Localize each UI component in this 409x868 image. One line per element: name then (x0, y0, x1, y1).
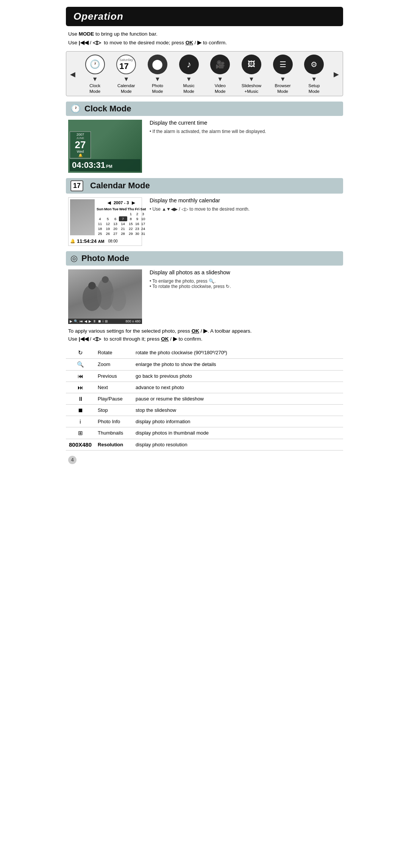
mode-item-music[interactable]: ♪ ▼ MusicMode (176, 55, 202, 94)
intro-text: Use MODE to bring up the function bar. U… (68, 30, 341, 47)
mode-arrow-photo: ▼ (155, 76, 161, 83)
mode-item-slideshow[interactable]: 🖼 ▼ Slideshow+Music (238, 55, 265, 94)
toolbar-label-cell: Play/Pause (95, 393, 133, 404)
intro-line1: Use MODE to bring up the function bar. (68, 30, 341, 39)
mode-label-music: MusicMode (183, 83, 195, 94)
cal-col-sat: Sat (140, 206, 147, 211)
toolbar-label-cell: Resolution (95, 439, 133, 450)
toolbar-desc-cell: stop the slideshow (133, 404, 343, 416)
toolbar-label-cell: Rotate (95, 347, 133, 359)
clock-preview-box: 2007 JUNE 27 Wed 🔔 04:03:31PM (68, 120, 142, 173)
photo-apply-text: To apply various settings for the select… (68, 327, 341, 343)
cal-cell: 9 (134, 216, 140, 221)
toolbar-icon-cell: ⏹ (66, 404, 95, 416)
toolbar-label-cell: Previous (95, 370, 133, 382)
mode-item-setup[interactable]: ⚙ ▼ SetupMode (301, 55, 327, 94)
mode-right-arrow[interactable]: ▶ (332, 70, 340, 78)
calendar-mode-title: Calendar Mode (90, 181, 150, 191)
cal-col-fri: Fri (134, 206, 140, 211)
cal-cell: 31 (140, 231, 147, 236)
mode-left-arrow[interactable]: ◀ (69, 70, 77, 78)
photo-resolution: 800 x 480 (125, 319, 140, 323)
clock-alarm-icon: 🔔 (71, 153, 89, 157)
toolbar-play-icon: ▶ (70, 319, 72, 323)
cal-cell: 1 (127, 211, 134, 216)
calendar-preview-box: ◀ 2007 - 3 ▶ Sun Mon Tue Wed Thu (68, 197, 142, 246)
calendar-alarm-time: 08:00 (108, 239, 118, 243)
calendar-desc-main: Display the monthly calendar (150, 197, 341, 203)
cal-cell: 25 (96, 231, 104, 236)
cal-cell: 6 (112, 216, 119, 221)
calendar-time: 11:54:24 AM (77, 238, 105, 244)
mode-item-video[interactable]: 🎥 ▼ VideoMode (207, 55, 233, 94)
mode-label-setup: SetupMode (308, 83, 320, 94)
svg-point-3 (102, 276, 109, 283)
mode-label-slideshow: Slideshow+Music (242, 83, 261, 94)
calendar-right-panel: ◀ 2007 - 3 ▶ Sun Mon Tue Wed Thu (95, 199, 148, 237)
toolbar-row: ↻Rotaterotate the photo clockwise (90º/1… (66, 347, 343, 359)
cal-cell: 7 (119, 216, 127, 221)
cal-cell: 16 (134, 221, 140, 226)
toolbar-skip-back-icon: ⏮ (80, 319, 83, 323)
clock-mode-content: 2007 JUNE 27 Wed 🔔 04:03:31PM Display th… (68, 120, 341, 173)
toolbar-desc-cell: go back to previous photo (133, 370, 343, 382)
mode-item-photo[interactable]: ⬤ ▼ PhotoMode (144, 55, 171, 94)
mode-item-clock[interactable]: 🕐 ▼ ClockMode (82, 55, 108, 94)
toolbar-label-cell: Thumbnails (95, 427, 133, 439)
cal-cell: 15 (127, 221, 134, 226)
toolbar-icon-cell: ↻ (66, 347, 95, 359)
mode-label-browser: BrowserMode (275, 83, 291, 94)
calendar-mode-header: 17 Calendar Mode (66, 178, 343, 194)
mode-arrow-clock: ▼ (92, 76, 98, 83)
cal-cell: 8 (127, 216, 134, 221)
mode-arrow-slideshow: ▼ (248, 76, 254, 83)
toolbar-desc-cell: rotate the photo clockwise (90º/180º/270… (133, 347, 343, 359)
toolbar-desc-cell: enlarge the photo to show the details (133, 358, 343, 370)
toolbar-icon-cell: 🔍 (66, 358, 95, 370)
toolbar-row: ⏮Previousgo back to previous photo (66, 370, 343, 382)
toolbar-info-icon: i (103, 319, 103, 323)
clock-mode-description: Display the current time If the alarm is… (150, 120, 341, 134)
cal-cell: 17 (140, 221, 147, 226)
mode-item-browser[interactable]: ☰ ▼ BrowserMode (270, 55, 296, 94)
mode-arrow-browser: ▼ (280, 76, 286, 83)
svg-point-2 (88, 282, 96, 289)
toolbar-row: ⏹Stopstop the slideshow (66, 404, 343, 416)
cal-cell: 30 (134, 231, 140, 236)
clock-mode-title: Clock Mode (84, 104, 131, 114)
cal-cell (119, 211, 127, 216)
mode-icon-music: ♪ (179, 55, 199, 74)
calendar-mode-content: ◀ 2007 - 3 ▶ Sun Mon Tue Wed Thu (68, 197, 341, 246)
toolbar-row: ⏭Nextadvance to next photo (66, 382, 343, 393)
mode-label-photo: PhotoMode (152, 83, 163, 94)
toolbar-row: 800X480Resolutiondisplay photo resolutio… (66, 439, 343, 450)
page-number-area: 4 (68, 456, 341, 464)
toolbar-label-cell: Photo Info (95, 416, 133, 427)
clock-desc-note: If the alarm is activated, the alarm tim… (150, 129, 341, 134)
photo-desc-note2: To rotate the photo clockwise, press ↻. (150, 284, 341, 289)
mode-bar: ◀ 🕐 ▼ ClockMode Saturday 17 ▼ CalendarMo… (66, 51, 343, 96)
cal-cell: 20 (112, 226, 119, 231)
calendar-icon-day-number: 17 (119, 62, 133, 70)
toolbar-zoom-icon: 🔍 (74, 319, 78, 323)
photo-mode-content: ▶ 🔍 ⏮ ◀ ▶ ⏸ ⏹ i ⊞ 800 x 480 Display all … (68, 269, 341, 324)
toolbar-icon-cell: ⏭ (66, 382, 95, 393)
mode-item-calendar[interactable]: Saturday 17 ▼ CalendarMode (113, 55, 139, 94)
photo-preview-box: ▶ 🔍 ⏮ ◀ ▶ ⏸ ⏹ i ⊞ 800 x 480 (68, 269, 142, 324)
page-header: Operation (66, 7, 343, 26)
page-number: 4 (68, 456, 76, 464)
clock-date-box: 2007 JUNE 27 Wed 🔔 (70, 131, 91, 158)
calendar-mode-icon: 17 (70, 180, 83, 191)
cal-cell: 24 (140, 226, 147, 231)
mode-icon-setup: ⚙ (304, 55, 324, 74)
cal-cell: 12 (104, 221, 112, 226)
calendar-bottom-bar: 🔔 11:54:24 AM 08:00 (70, 238, 140, 244)
calendar-desc-note: Use ▲▼◀▶ / ◁▷ to move to the desired mon… (150, 206, 341, 212)
toolbar-label-cell: Zoom (95, 358, 133, 370)
cal-cell (96, 211, 104, 216)
photo-mode-header: ◎ Photo Mode (66, 251, 343, 266)
toolbar-row: iPhoto Infodisplay photo information (66, 416, 343, 427)
cal-cell: 18 (96, 226, 104, 231)
mode-label-calendar: CalendarMode (117, 83, 135, 94)
cal-col-thu: Thu (127, 206, 134, 211)
